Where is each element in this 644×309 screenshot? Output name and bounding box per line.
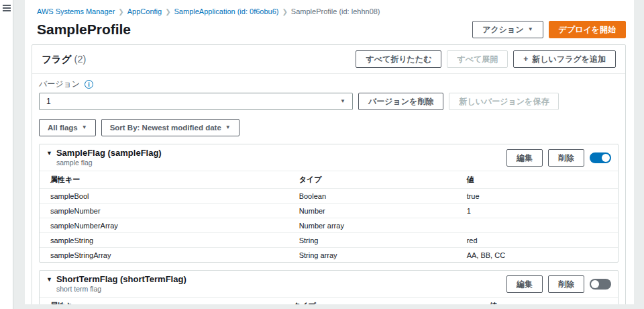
table-row: sampleBool Boolean true — [40, 189, 618, 204]
chevron-right-icon: ❯ — [118, 8, 123, 15]
page-title: SampleProfile — [37, 21, 131, 38]
table-row: sampleNumberArray Number array — [40, 218, 618, 233]
edit-flag-button[interactable]: 編集 — [506, 149, 543, 167]
chevron-down-icon: ▼ — [528, 27, 533, 32]
edit-flag-button[interactable]: 編集 — [506, 275, 543, 293]
add-flag-button[interactable]: + 新しいフラグを追加 — [513, 50, 616, 68]
flag-description: sample flag — [56, 159, 162, 167]
attributes-table: 属性キー タイプ 値 sampleBool Boolean true sampl… — [40, 171, 618, 262]
menu-icon[interactable] — [3, 5, 11, 13]
breadcrumb-link-appconfig[interactable]: AppConfig — [127, 7, 162, 15]
table-row: sampleStringArray String array AA, BB, C… — [40, 248, 618, 263]
attr-value — [456, 218, 618, 233]
chevron-down-icon: ▼ — [225, 125, 231, 130]
attr-type: Number — [288, 204, 456, 218]
flag-card-shorttermflag: ▼ ShortTermFlag (shortTermFlag) short te… — [39, 270, 619, 304]
flags-card-title: フラグ (2) — [42, 53, 86, 66]
main-content-panel: AWS Systems Manager❯AppConfig❯SampleAppl… — [25, 0, 634, 304]
chevron-right-icon: ❯ — [165, 8, 170, 15]
breadcrumb: AWS Systems Manager❯AppConfig❯SampleAppl… — [25, 0, 634, 16]
attr-key: sampleString — [40, 233, 288, 248]
version-label: バージョン — [39, 79, 80, 90]
actions-button[interactable]: アクション ▼ — [472, 21, 543, 38]
delete-version-button[interactable]: バージョンを削除 — [358, 93, 443, 110]
col-header-value: 値 — [456, 171, 618, 189]
flag-filter-dropdown[interactable]: All flags ▼ — [39, 119, 96, 136]
attr-value: AA, BB, CC — [456, 248, 618, 263]
version-select[interactable]: 1 ▼ — [39, 93, 353, 110]
sampleflag-toggle[interactable] — [590, 152, 611, 163]
delete-flag-button[interactable]: 削除 — [548, 149, 584, 167]
shorttermflag-toggle[interactable] — [590, 279, 611, 290]
collapsed-sidebar — [0, 0, 13, 309]
actions-button-label: アクション — [482, 24, 523, 35]
chevron-down-icon: ▼ — [340, 99, 345, 104]
flag-card-sampleflag: ▼ SampleFlag (sampleFlag) sample flag 編集… — [39, 144, 619, 263]
breadcrumb-current-profile: SampleProfile (id: lehhn08) — [291, 7, 380, 15]
attr-key: sampleNumberArray — [40, 218, 288, 233]
flags-count: (2) — [74, 54, 87, 64]
sort-by-label: Sort By: Newest modified date — [110, 122, 221, 133]
attr-value: red — [456, 233, 618, 248]
collapse-all-button[interactable]: すべて折りたたむ — [356, 50, 441, 68]
col-header-value: 値 — [479, 298, 618, 305]
attr-type: Boolean — [288, 189, 456, 204]
flag-description: short term flag — [56, 285, 186, 294]
expand-all-button: すべて展開 — [447, 50, 508, 68]
breadcrumb-link-systems-manager[interactable]: AWS Systems Manager — [37, 7, 115, 15]
collapse-triangle-icon[interactable]: ▼ — [46, 150, 52, 157]
chevron-down-icon: ▼ — [82, 125, 87, 130]
attr-key: sampleStringArray — [40, 248, 288, 263]
col-header-key: 属性キー — [40, 298, 282, 305]
attr-value: true — [456, 189, 618, 204]
flag-filter-label: All flags — [48, 122, 78, 133]
flag-name: SampleFlag (sampleFlag) — [56, 148, 162, 159]
attr-key: sampleNumber — [40, 204, 288, 218]
attr-type: String — [288, 233, 456, 248]
col-header-type: タイプ — [288, 171, 456, 189]
col-header-key: 属性キー — [40, 171, 288, 189]
flags-card: フラグ (2) すべて折りたたむ すべて展開 + 新しいフラグを追加 バージョン… — [32, 44, 626, 304]
version-select-value: 1 — [46, 97, 51, 106]
col-header-type: タイプ — [282, 298, 479, 305]
attr-type: Number array — [288, 218, 456, 233]
attr-value: 1 — [456, 204, 618, 218]
table-row: sampleNumber Number 1 — [40, 204, 618, 218]
table-row: sampleString String red — [40, 233, 618, 248]
chevron-right-icon: ❯ — [282, 8, 287, 15]
plus-icon: + — [523, 54, 528, 64]
start-deployment-button[interactable]: デプロイを開始 — [549, 21, 626, 38]
sort-by-dropdown[interactable]: Sort By: Newest modified date ▼ — [101, 119, 239, 136]
flag-name: ShortTermFlag (shortTermFlag) — [56, 274, 186, 285]
attr-key: sampleBool — [40, 189, 288, 204]
breadcrumb-link-application[interactable]: SampleApplication (id: 0f6obu6) — [174, 7, 279, 15]
attributes-table: 属性キー タイプ 値 — [40, 297, 618, 304]
info-icon[interactable]: i — [85, 80, 93, 89]
attr-type: String array — [288, 248, 456, 263]
collapse-triangle-icon[interactable]: ▼ — [46, 276, 52, 283]
save-new-version-button: 新しいバージョンを保存 — [449, 93, 559, 110]
delete-flag-button[interactable]: 削除 — [548, 275, 584, 293]
add-flag-button-label: 新しいフラグを追加 — [532, 54, 606, 64]
